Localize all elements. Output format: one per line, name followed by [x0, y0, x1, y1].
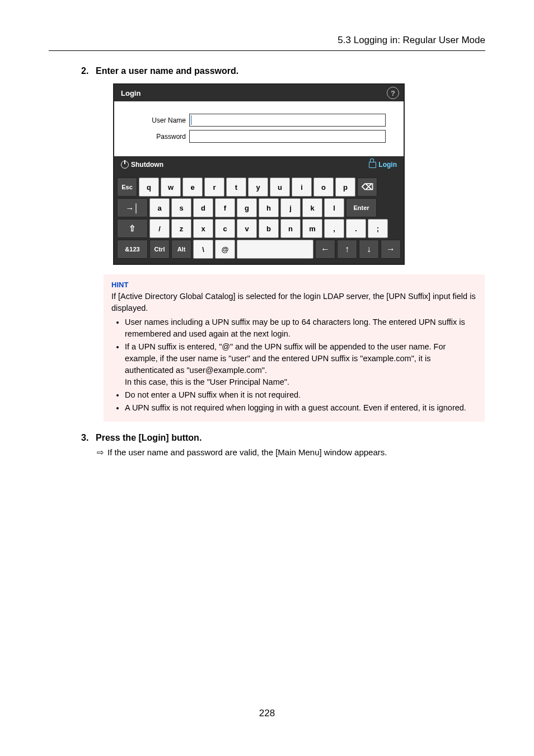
key-tab[interactable]: →│ [117, 198, 148, 217]
key-h[interactable]: h [259, 198, 279, 217]
hint-box: HINT If [Active Directory Global Catalog… [104, 274, 485, 422]
key-numsym[interactable]: &123 [117, 240, 148, 259]
key-a[interactable]: a [149, 198, 170, 217]
hint-item-2: If a UPN suffix is entered, "@" and the … [125, 341, 477, 388]
login-label: Login [378, 161, 397, 169]
key-y[interactable]: y [248, 178, 268, 197]
key-p[interactable]: p [335, 178, 355, 197]
step-2: 2.Enter a user name and password. [81, 66, 485, 76]
key-semicolon[interactable]: ; [368, 219, 388, 238]
shutdown-button[interactable]: Shutdown [118, 159, 167, 170]
password-input[interactable] [189, 130, 386, 143]
key-x[interactable]: x [193, 219, 213, 238]
step-3-result: ⇨ If the user name and password are vali… [97, 447, 485, 458]
key-ctrl[interactable]: Ctrl [149, 240, 170, 259]
hint-item-3: Do not enter a UPN suffix when it is not… [125, 389, 477, 401]
step-3-result-text: If the user name and password are valid,… [107, 447, 387, 458]
key-t[interactable]: t [226, 178, 246, 197]
username-label: User Name [120, 116, 189, 124]
key-arrow-up[interactable]: ↑ [337, 240, 357, 259]
section-header: 5.3 Logging in: Regular User Mode [338, 35, 485, 46]
page-number: 228 [0, 708, 534, 719]
key-esc[interactable]: Esc [117, 178, 137, 197]
step-3-text: Press the [Login] button. [96, 433, 202, 442]
key-g[interactable]: g [237, 198, 257, 217]
result-arrow-icon: ⇨ [97, 447, 104, 458]
key-b[interactable]: b [259, 219, 279, 238]
key-arrow-left[interactable]: ← [315, 240, 335, 259]
key-i[interactable]: i [292, 178, 312, 197]
onscreen-keyboard: Esc q w e r t y u i o p ⌫ →│ a s [114, 173, 404, 264]
key-backslash[interactable]: \ [193, 240, 213, 259]
key-m[interactable]: m [302, 219, 322, 238]
key-z[interactable]: z [171, 219, 191, 238]
key-k[interactable]: k [302, 198, 322, 217]
login-action-bar: Shutdown Login [114, 156, 404, 173]
hint-label: HINT [111, 280, 477, 291]
key-d[interactable]: d [193, 198, 213, 217]
key-w[interactable]: w [161, 178, 181, 197]
key-l[interactable]: l [324, 198, 344, 217]
step-3: 3.Press the [Login] button. [81, 433, 485, 443]
text-cursor [191, 115, 191, 125]
key-shift[interactable]: ⇧ [117, 219, 148, 238]
key-e[interactable]: e [182, 178, 203, 197]
key-s[interactable]: s [171, 198, 191, 217]
key-f[interactable]: f [215, 198, 235, 217]
power-icon [121, 161, 129, 169]
password-label: Password [120, 133, 189, 141]
key-o[interactable]: o [313, 178, 334, 197]
key-alt[interactable]: Alt [171, 240, 191, 259]
shutdown-label: Shutdown [131, 161, 163, 169]
login-titlebar: Login ? [114, 85, 404, 101]
key-u[interactable]: u [270, 178, 290, 197]
step-2-text: Enter a user name and password. [96, 66, 238, 76]
lock-icon [369, 162, 376, 168]
step-3-num: 3. [81, 433, 96, 443]
header-rule [49, 50, 485, 51]
key-enter[interactable]: Enter [346, 198, 377, 217]
key-r[interactable]: r [204, 178, 224, 197]
key-c[interactable]: c [215, 219, 235, 238]
key-period[interactable]: . [346, 219, 366, 238]
key-at[interactable]: @ [215, 240, 235, 259]
key-arrow-down[interactable]: ↓ [359, 240, 379, 259]
hint-intro: If [Active Directory Global Catalog] is … [111, 291, 477, 314]
hint-item-4: A UPN suffix is not required when loggin… [125, 402, 477, 414]
key-slash[interactable]: / [149, 219, 170, 238]
step-2-num: 2. [81, 66, 96, 76]
key-arrow-right[interactable]: → [381, 240, 401, 259]
hint-item-1: User names including a UPN suffix may be… [125, 316, 477, 340]
key-v[interactable]: v [237, 219, 257, 238]
hint-list: User names including a UPN suffix may be… [111, 316, 477, 414]
login-form-area: User Name Password [114, 101, 404, 156]
key-space[interactable] [237, 240, 313, 259]
username-input[interactable] [189, 114, 386, 127]
key-q[interactable]: q [139, 178, 159, 197]
login-button[interactable]: Login [366, 159, 400, 170]
key-backspace[interactable]: ⌫ [357, 178, 377, 197]
key-j[interactable]: j [280, 198, 301, 217]
login-screenshot: Login ? User Name Password Shutdown [114, 84, 404, 264]
login-title: Login [121, 89, 140, 97]
help-icon[interactable]: ? [387, 87, 399, 99]
key-comma[interactable]: , [324, 219, 344, 238]
key-n[interactable]: n [280, 219, 301, 238]
